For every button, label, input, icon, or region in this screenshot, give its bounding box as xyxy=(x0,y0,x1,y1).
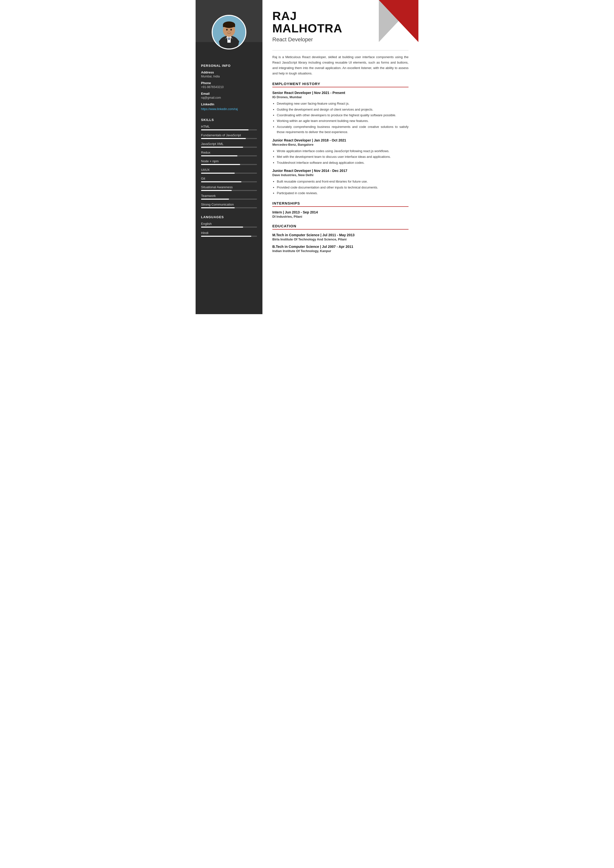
main: RAJ MALHOTRA React Developer Raj is a Me… xyxy=(263,0,418,314)
svg-point-9 xyxy=(226,29,227,30)
internships-list: Intern | Jun 2013 - Sep 2014 DI Industri… xyxy=(272,210,409,219)
list-item: Met with the development team to discuss… xyxy=(277,154,409,159)
address-label: Address xyxy=(201,70,257,74)
job-title-period: Junior React Developer | Nov 2014 - Dec … xyxy=(272,169,409,173)
svg-point-10 xyxy=(230,29,232,30)
skill-name: Strong Communication xyxy=(201,203,257,206)
phone-item: Phone +91-9876543210 xyxy=(201,81,257,89)
address-value: Mumbai, India xyxy=(201,75,257,78)
list-item: Coordinating with other developers to pr… xyxy=(277,113,409,118)
edu-degree: B.Tech in Computer Science | Jul 2007 - … xyxy=(272,245,409,249)
skill-name: Situational Awareness xyxy=(201,185,257,189)
skill-bar-bg xyxy=(201,138,257,139)
job-bullets: Built reusable components and front-end … xyxy=(272,179,409,196)
edu-degree: M.Tech in Computer Science | Jul 2011 - … xyxy=(272,233,409,237)
skill-item: Git xyxy=(201,177,257,182)
edu-institution: Birla Institute Of Technology And Scienc… xyxy=(272,237,409,241)
list-item: Wrote application interface codes using … xyxy=(277,149,409,153)
language-bar-fill xyxy=(201,236,251,237)
skill-name: JavaScript XML xyxy=(201,142,257,146)
skill-bar-bg xyxy=(201,198,257,200)
list-item: Participated in code reviews. xyxy=(277,191,409,196)
skill-item: Redux xyxy=(201,150,257,157)
full-name: RAJ MALHOTRA xyxy=(272,10,409,35)
language-bar-bg xyxy=(201,236,257,237)
skill-bar-fill xyxy=(201,155,238,157)
skill-name: Node + npm xyxy=(201,159,257,163)
language-bar-bg xyxy=(201,226,257,228)
skill-name: Fundamentals of JavaScript xyxy=(201,133,257,137)
skill-name: HTML xyxy=(201,125,257,129)
skill-bar-bg xyxy=(201,181,257,182)
email-value: raj@gmail.com xyxy=(201,96,257,99)
name-block: RAJ MALHOTRA React Developer xyxy=(272,10,409,43)
job-bullets: Wrote application interface codes using … xyxy=(272,149,409,165)
linkedin-item: LinkedIn https://www.linkedin.com/raj xyxy=(201,102,257,111)
skill-bar-bg xyxy=(201,207,257,208)
skill-bar-fill xyxy=(201,190,232,191)
language-item: English xyxy=(201,222,257,228)
skill-name: Redux xyxy=(201,150,257,154)
list-item: Built reusable components and front-end … xyxy=(277,179,409,184)
phone-label: Phone xyxy=(201,81,257,85)
sidebar-content: PERSONAL INFO Address Mumbai, India Phon… xyxy=(196,42,263,237)
summary-text: Raj is a Meticulous React developer, ski… xyxy=(272,54,409,76)
skill-name: Teamwork xyxy=(201,194,257,198)
skill-bar-fill xyxy=(201,129,249,130)
skill-bar-bg xyxy=(201,155,257,157)
skill-name: Git xyxy=(201,177,257,180)
skill-bar-bg xyxy=(201,147,257,148)
avatar xyxy=(212,15,246,50)
sidebar: PERSONAL INFO Address Mumbai, India Phon… xyxy=(196,0,263,314)
job-company: Mercedes-Benz, Bangalore xyxy=(272,143,409,146)
linkedin-label: LinkedIn xyxy=(201,102,257,106)
list-item: Working within an agile team environment… xyxy=(277,118,409,124)
education-item: M.Tech in Computer Science | Jul 2011 - … xyxy=(272,233,409,241)
languages-list: English Hindi xyxy=(201,222,257,237)
skill-bar-fill xyxy=(201,138,246,139)
education-list: M.Tech in Computer Science | Jul 2011 - … xyxy=(272,233,409,253)
job-bullets: Developing new user facing-feature using… xyxy=(272,101,409,135)
education-item: B.Tech in Computer Science | Jul 2007 - … xyxy=(272,245,409,253)
job-company: IG Drones, Mumbai xyxy=(272,95,409,99)
skill-bar-bg xyxy=(201,173,257,174)
education-section-title: EDUCATION xyxy=(272,224,409,229)
first-name: RAJ xyxy=(272,9,297,23)
job-title: React Developer xyxy=(272,36,409,43)
skill-item: Fundamentals of JavaScript xyxy=(201,133,257,139)
resume: PERSONAL INFO Address Mumbai, India Phon… xyxy=(196,0,418,314)
skill-bar-fill xyxy=(201,207,235,208)
skill-item: JavaScript XML xyxy=(201,142,257,148)
language-name: Hindi xyxy=(201,231,257,235)
skill-bar-fill xyxy=(201,164,240,165)
intern-item: Intern | Jun 2013 - Sep 2014 DI Industri… xyxy=(272,210,409,219)
internships-section-title: INTERNSHIPS xyxy=(272,201,409,207)
list-item: Guiding the development and design of cl… xyxy=(277,107,409,112)
skill-bar-fill xyxy=(201,198,229,200)
list-item: Developing new user facing-feature using… xyxy=(277,101,409,106)
skill-bar-fill xyxy=(201,173,235,174)
last-name: MALHOTRA xyxy=(272,22,342,35)
personal-info-title: PERSONAL INFO xyxy=(201,64,257,68)
main-header: RAJ MALHOTRA React Developer xyxy=(263,0,418,48)
skill-bar-fill xyxy=(201,147,243,148)
job-item: Senior React Developer | Nov 2021 - Pres… xyxy=(272,91,409,135)
skill-item: Situational Awareness xyxy=(201,185,257,191)
skill-bar-bg xyxy=(201,164,257,165)
skill-item: Teamwork xyxy=(201,194,257,200)
languages-title: LANGUAGES xyxy=(201,215,257,219)
skill-bar-fill xyxy=(201,181,241,182)
employment-list: Senior React Developer | Nov 2021 - Pres… xyxy=(272,91,409,196)
intern-title-period: Intern | Jun 2013 - Sep 2014 xyxy=(272,210,409,214)
job-company: Dave Industries, New Delhi xyxy=(272,173,409,177)
skill-item: UI/UX xyxy=(201,168,257,174)
job-title-period: Senior React Developer | Nov 2021 - Pres… xyxy=(272,91,409,95)
language-item: Hindi xyxy=(201,231,257,237)
skill-item: Node + npm xyxy=(201,159,257,165)
email-item: Email raj@gmail.com xyxy=(201,92,257,99)
list-item: Accurately comprehending business requir… xyxy=(277,124,409,135)
email-label: Email xyxy=(201,92,257,96)
language-name: English xyxy=(201,222,257,226)
job-item: Junior React Developer | Nov 2014 - Dec … xyxy=(272,169,409,196)
linkedin-link[interactable]: https://www.linkedin.com/raj xyxy=(201,107,238,111)
